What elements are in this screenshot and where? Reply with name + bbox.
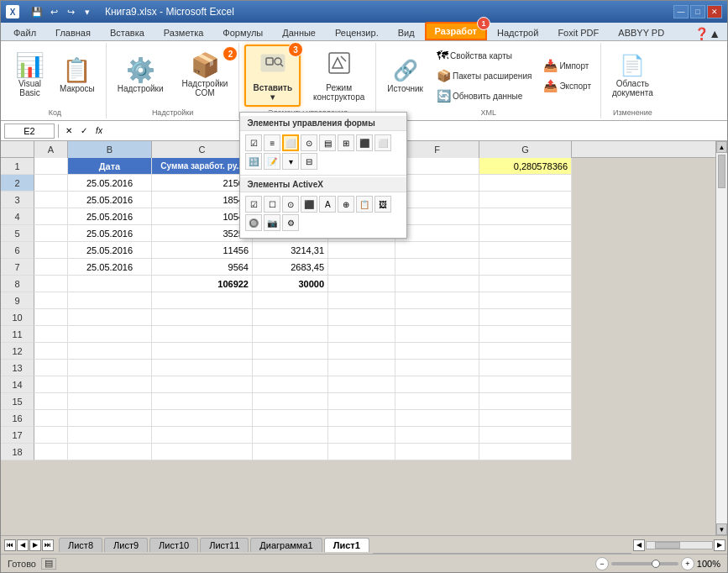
vertical-scrollbar[interactable]: ▲ ▼ <box>715 141 727 535</box>
form-item-4[interactable]: ⊙ <box>301 134 317 151</box>
row-header-8[interactable]: 8 <box>1 276 34 292</box>
corner-cell[interactable] <box>1 141 34 157</box>
cell-b4[interactable]: 25.05.2016 <box>68 208 152 225</box>
row-header-2[interactable]: 2 <box>1 175 34 192</box>
cell-g2[interactable] <box>479 175 572 192</box>
sheet-prev-btn[interactable]: ◀ <box>17 539 29 551</box>
visual-basic-btn[interactable]: 📊 VisualBasic <box>9 50 50 101</box>
scroll-right-btn[interactable]: ▶ <box>714 539 725 551</box>
cell-a5[interactable] <box>34 225 68 242</box>
tab-review[interactable]: Рецензир. <box>326 24 388 40</box>
cell-a8[interactable] <box>34 276 68 292</box>
maximize-btn[interactable]: □ <box>690 5 705 18</box>
sheet-tab-list8[interactable]: Лист8 <box>59 538 102 552</box>
qa-dropdown-btn[interactable]: ▾ <box>80 5 95 18</box>
row-header-17[interactable]: 17 <box>1 427 34 444</box>
cell-f3[interactable] <box>395 192 479 208</box>
cell-c8[interactable]: 106922 <box>152 276 253 292</box>
cell-f5[interactable] <box>395 225 479 242</box>
form-item-7[interactable]: ⬛ <box>356 134 373 151</box>
h-scrollbar-track[interactable] <box>646 541 713 549</box>
cell-c6[interactable]: 11456 <box>152 242 253 259</box>
cell-g3[interactable] <box>479 192 572 208</box>
confirm-formula-btn[interactable]: ✓ <box>77 124 91 138</box>
ax-item-10[interactable]: 📷 <box>264 214 280 231</box>
row-header-7[interactable]: 7 <box>1 259 34 276</box>
cell-reference-input[interactable] <box>4 124 55 139</box>
col-header-a[interactable]: A <box>34 141 68 158</box>
refresh-data-btn[interactable]: 🔄 Обновить данные <box>432 87 536 105</box>
cell-a7[interactable] <box>34 259 68 276</box>
cell-a6[interactable] <box>34 242 68 259</box>
redo-btn[interactable]: ↪ <box>63 5 78 18</box>
ribbon-help-btn[interactable]: ❓ <box>694 27 709 40</box>
form-item-11[interactable]: ▾ <box>282 153 299 170</box>
macros-btn[interactable]: 📋 Макросы <box>54 55 101 97</box>
addins-btn[interactable]: ⚙️ Надстройки <box>112 55 170 97</box>
insert-function-btn[interactable]: fx <box>92 124 106 138</box>
cell-g1[interactable]: 0,280578366 <box>479 158 572 175</box>
insert-control-btn[interactable]: Вставить▾ 3 <box>244 45 301 107</box>
cell-d8[interactable]: 30000 <box>253 276 328 292</box>
h-scrollbar-thumb[interactable] <box>655 542 680 549</box>
cell-e7[interactable] <box>328 259 395 276</box>
cell-b3[interactable]: 25.05.2016 <box>68 192 152 208</box>
cell-d6[interactable]: 3214,31 <box>253 242 328 259</box>
cell-f2[interactable] <box>395 175 479 192</box>
source-btn[interactable]: 🔗 Источник <box>381 55 429 97</box>
row-header-5[interactable]: 5 <box>1 225 34 242</box>
cancel-formula-btn[interactable]: ✕ <box>62 124 76 138</box>
close-btn[interactable]: ✕ <box>707 5 722 18</box>
ax-item-5[interactable]: A <box>319 196 336 213</box>
zoom-slider[interactable] <box>611 562 678 565</box>
zoom-in-btn[interactable]: + <box>681 557 694 570</box>
minimize-btn[interactable]: — <box>673 5 689 18</box>
undo-btn[interactable]: ↩ <box>46 5 61 18</box>
doc-area-btn[interactable]: 📄 Областьдокумента <box>606 50 659 101</box>
cell-a3[interactable] <box>34 192 68 208</box>
cell-e8[interactable] <box>328 276 395 292</box>
tab-file[interactable]: Файл <box>4 24 45 40</box>
tab-insert[interactable]: Вставка <box>101 24 154 40</box>
ax-item-2[interactable]: ☐ <box>264 196 280 213</box>
tab-pagelayout[interactable]: Разметка <box>155 24 213 40</box>
cell-e6[interactable] <box>328 242 395 259</box>
cell-a4[interactable] <box>34 208 68 225</box>
cell-a2[interactable] <box>34 175 68 192</box>
zoom-thumb[interactable] <box>652 560 660 568</box>
sheet-tab-list10[interactable]: Лист10 <box>149 538 198 552</box>
form-item-2[interactable]: ≡ <box>264 134 280 151</box>
row-header-4[interactable]: 4 <box>1 208 34 225</box>
ax-item-1[interactable]: ☑ <box>245 196 262 213</box>
sheet-tab-list1[interactable]: Лист1 <box>324 538 369 552</box>
form-item-10[interactable]: 📝 <box>264 153 280 170</box>
map-props-btn[interactable]: 🗺 Свойства карты <box>432 46 536 65</box>
col-header-g[interactable]: G <box>479 141 572 158</box>
save-btn[interactable]: 💾 <box>29 5 45 18</box>
zoom-out-btn[interactable]: − <box>595 557 609 570</box>
row-header-10[interactable]: 10 <box>1 309 34 326</box>
row-header-11[interactable]: 11 <box>1 326 34 343</box>
tab-formulas[interactable]: Формулы <box>213 24 272 40</box>
row-header-18[interactable]: 18 <box>1 444 34 460</box>
form-item-12[interactable]: ⊟ <box>301 153 317 170</box>
ax-item-8[interactable]: 🖼 <box>374 196 391 213</box>
form-item-8[interactable]: ⬜ <box>374 134 391 151</box>
tab-foxitpdf[interactable]: Foxit PDF <box>548 24 608 40</box>
cell-f8[interactable] <box>395 276 479 292</box>
ax-item-9[interactable]: 🔘 <box>245 214 262 231</box>
row-header-15[interactable]: 15 <box>1 393 34 410</box>
scroll-thumb-v[interactable] <box>718 155 725 188</box>
col-header-b[interactable]: B <box>68 141 152 158</box>
tab-data[interactable]: Данные <box>273 24 325 40</box>
row-header-14[interactable]: 14 <box>1 376 34 393</box>
cell-g8[interactable] <box>479 276 572 292</box>
sheet-next-btn[interactable]: ▶ <box>29 539 41 551</box>
cell-c3[interactable]: 18546 <box>152 192 253 208</box>
ax-item-7[interactable]: 📋 <box>356 196 373 213</box>
cell-b8[interactable] <box>68 276 152 292</box>
form-item-1[interactable]: ☑ <box>245 134 262 151</box>
sheet-tab-list11[interactable]: Лист11 <box>200 538 249 552</box>
cell-g7[interactable] <box>479 259 572 276</box>
form-item-6[interactable]: ⊞ <box>338 134 354 151</box>
